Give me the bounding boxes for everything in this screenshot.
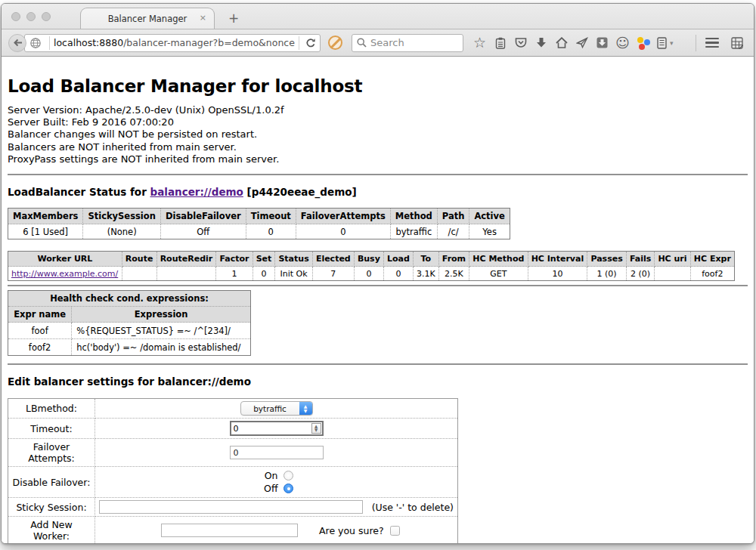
cell-expression: %{REQUEST_STATUS} =~ /^[234]/ bbox=[72, 323, 251, 339]
search-bar[interactable] bbox=[352, 34, 463, 52]
url-domain: localhost:8880 bbox=[54, 37, 123, 48]
new-tab-button[interactable]: + bbox=[225, 11, 242, 26]
col-hc-expr: HC Expr bbox=[690, 252, 734, 267]
status-heading: LoadBalancer Status for balancer://demo … bbox=[8, 186, 748, 198]
col-expression: Expression bbox=[72, 307, 251, 323]
add-worker-label: Add New Worker: bbox=[8, 517, 95, 544]
cell-hc-interval: 10 bbox=[528, 267, 587, 281]
disable-failover-off-radio[interactable] bbox=[284, 484, 293, 493]
url-bar[interactable]: localhost:8880/balancer-manager?b=demo&n… bbox=[24, 34, 321, 52]
lbmethod-selected-value: bytraffic bbox=[241, 404, 299, 413]
timeout-label: Timeout: bbox=[8, 419, 95, 439]
home-button[interactable] bbox=[551, 33, 572, 53]
col-status: Status bbox=[275, 252, 312, 267]
balancer-data-row: 6 [1 Used] (None) Off 0 0 bytraffic /c/ … bbox=[8, 224, 510, 239]
cell-worker-url: http://www.example.com/ bbox=[8, 267, 122, 281]
colored-dots-icon bbox=[637, 36, 650, 50]
home-icon bbox=[556, 37, 568, 48]
failover-attempts-row: Failover Attempts: bbox=[8, 439, 458, 467]
select-stepper-icon: ▲▼ bbox=[299, 402, 312, 415]
notes-button[interactable] bbox=[653, 33, 670, 53]
col-path: Path bbox=[437, 209, 469, 224]
notebook-icon bbox=[657, 37, 667, 49]
worker-data-row: http://www.example.com/ 1 0 Init Ok 7 0 … bbox=[8, 267, 735, 281]
send-tab-button[interactable] bbox=[572, 33, 592, 53]
server-info: Server Version: Apache/2.5.0-dev (Unix) … bbox=[8, 104, 748, 165]
download-arrow-icon bbox=[536, 37, 547, 48]
cell-method: bytraffic bbox=[390, 224, 437, 239]
status-heading-suffix: [p4420eeae_demo] bbox=[243, 186, 357, 198]
health-header-row: Expr name Expression bbox=[8, 307, 251, 323]
edit-settings-heading: Edit balancer settings for balancer://de… bbox=[8, 375, 748, 388]
lbmethod-row: LBmethod: bytraffic ▲▼ bbox=[8, 399, 458, 419]
col-worker-url: Worker URL bbox=[8, 252, 122, 267]
col-routeredir: RouteRedir bbox=[156, 252, 216, 267]
back-arrow-icon bbox=[13, 39, 23, 47]
cell-to: 3.1K bbox=[413, 267, 438, 281]
failover-attempts-label: Failover Attempts: bbox=[8, 439, 95, 467]
extension-grid-button[interactable] bbox=[727, 33, 747, 53]
tab-close-icon[interactable]: × bbox=[200, 14, 206, 23]
content-blocked-icon[interactable] bbox=[328, 36, 342, 50]
url-path: /balancer-manager?b=demo&nonce=decc37be-… bbox=[123, 37, 295, 48]
worker-url-link[interactable]: http://www.example.com/ bbox=[11, 269, 118, 279]
reload-icon bbox=[305, 38, 316, 48]
disable-failover-label: Disable Failover: bbox=[8, 467, 95, 498]
cell-routeredir bbox=[156, 267, 216, 281]
reading-list-button[interactable] bbox=[490, 33, 510, 53]
col-passes: Passes bbox=[587, 252, 626, 267]
proxypass-note-line: ProxyPass settings are NOT inherited fro… bbox=[8, 153, 748, 165]
worker-header-row: Worker URL Route RouteRedir Factor Set S… bbox=[8, 252, 735, 267]
tab-title: Balancer Manager bbox=[108, 14, 187, 24]
minimize-window-button[interactable] bbox=[26, 12, 36, 21]
cell-failoverattempts: 0 bbox=[296, 224, 390, 239]
downloads-button[interactable] bbox=[531, 33, 551, 53]
number-spinner-icon[interactable]: ▲▼ bbox=[311, 423, 321, 434]
menu-button[interactable] bbox=[702, 33, 722, 53]
lbmethod-select[interactable]: bytraffic ▲▼ bbox=[240, 401, 313, 416]
tab-balancer-manager[interactable]: Balancer Manager × bbox=[80, 8, 215, 29]
col-failoverattempts: FailoverAttempts bbox=[296, 209, 390, 224]
status-heading-prefix: LoadBalancer Status for bbox=[8, 186, 150, 198]
cell-elected: 7 bbox=[312, 267, 354, 281]
cell-fails: 2 (0) bbox=[626, 267, 655, 281]
sticky-session-input[interactable] bbox=[99, 500, 363, 514]
server-built-line: Server Built: Feb 9 2016 07:00:20 bbox=[8, 116, 748, 128]
chevron-down-icon[interactable]: ▾ bbox=[670, 39, 677, 47]
confirm-checkbox[interactable] bbox=[390, 526, 400, 536]
save-to-device-button[interactable] bbox=[592, 33, 612, 53]
url-text[interactable]: localhost:8880/balancer-manager?b=demo&n… bbox=[54, 37, 295, 48]
cell-factor: 1 bbox=[216, 267, 253, 281]
page-content: Load Balancer Manager for localhost Serv… bbox=[2, 57, 754, 544]
feedback-button[interactable]: ☺ bbox=[612, 33, 633, 53]
search-input[interactable] bbox=[370, 37, 446, 48]
extension-dots-button[interactable] bbox=[633, 33, 653, 53]
add-worker-input[interactable] bbox=[161, 524, 298, 537]
col-set: Set bbox=[253, 252, 275, 267]
smiley-icon: ☺ bbox=[615, 36, 630, 50]
col-active: Active bbox=[469, 209, 510, 224]
send-icon bbox=[576, 37, 588, 48]
balancer-demo-link[interactable]: balancer://demo bbox=[150, 186, 243, 198]
failover-attempts-input[interactable] bbox=[230, 446, 324, 459]
pocket-button[interactable] bbox=[510, 33, 531, 53]
close-window-button[interactable] bbox=[11, 12, 20, 21]
col-load: Load bbox=[383, 252, 413, 267]
confirm-label: Are you sure? bbox=[319, 525, 384, 536]
timeout-input[interactable] bbox=[230, 421, 324, 436]
browser-window: Balancer Manager × + localhost:8880/bala… bbox=[1, 3, 754, 544]
bookmark-button[interactable]: ☆ bbox=[469, 33, 490, 53]
back-button[interactable] bbox=[8, 34, 26, 52]
cell-hc-expr: foof2 bbox=[690, 267, 734, 281]
globe-icon[interactable] bbox=[29, 37, 42, 49]
navigation-toolbar: localhost:8880/balancer-manager?b=demo&n… bbox=[2, 29, 754, 57]
health-row-foof2: foof2 hc('body') =~ /domain is establish… bbox=[8, 339, 251, 356]
reload-button[interactable] bbox=[303, 34, 318, 52]
zoom-window-button[interactable] bbox=[42, 12, 51, 21]
col-stickysession: StickySession bbox=[83, 209, 160, 224]
star-icon: ☆ bbox=[473, 36, 486, 50]
col-disablefailover: DisableFailover bbox=[160, 209, 246, 224]
col-to: To bbox=[413, 252, 438, 267]
col-elected: Elected bbox=[312, 252, 354, 267]
disable-failover-on-radio[interactable] bbox=[284, 471, 293, 480]
